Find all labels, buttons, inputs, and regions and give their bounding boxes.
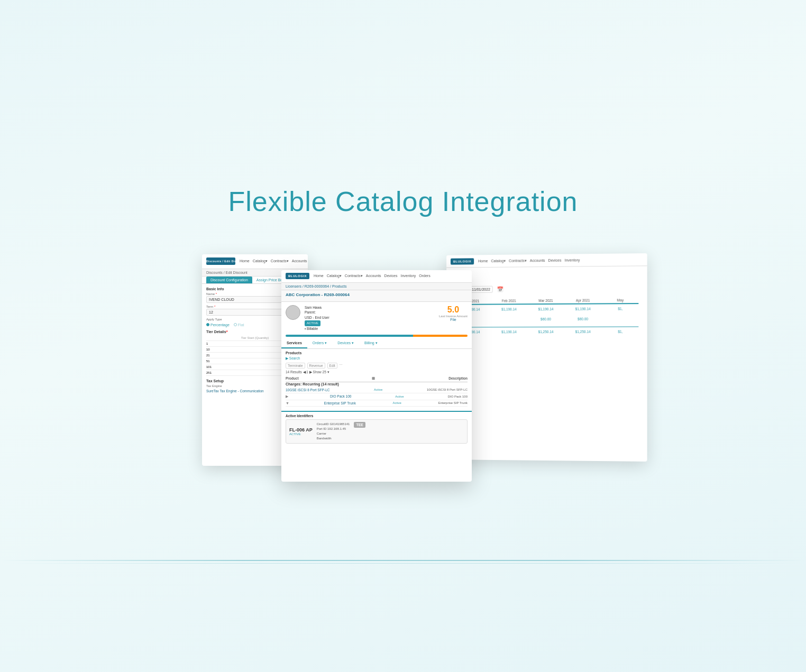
products-header: Products <box>286 351 468 355</box>
left-logo-text: Discounts / Edit Discount <box>206 260 235 263</box>
right-nav-home[interactable]: Home <box>478 259 488 263</box>
waterfall-content: Waterfall Product To 11/01/2022 📅 Jan 20… <box>446 266 647 339</box>
page-container: Flexible Catalog Integration Discounts /… <box>0 0 806 672</box>
tab-orders[interactable]: Orders ▾ <box>307 339 332 348</box>
left-nav-catalog[interactable]: Catalog▾ <box>253 259 268 263</box>
waterfall-title: Waterfall <box>451 269 643 275</box>
radio-percentage-label: Percentage <box>210 323 230 327</box>
product-name-1: 10GSE iSCSI 8 Port SFP-LC <box>286 388 329 392</box>
left-nav-contracts[interactable]: Contracts▾ <box>271 259 289 263</box>
product-expand-3: ▼ <box>286 401 289 405</box>
product-label: Product <box>451 277 643 282</box>
front-nav-devices[interactable]: Devices <box>384 274 398 278</box>
wt-cell-1-2: $1,190.14 <box>491 306 527 312</box>
wt-cell-3-4: $60.00 <box>565 316 601 321</box>
waterfall-row-5: $1,190.14 $1,190.14 $1,250.14 $1,250.14 … <box>455 328 639 335</box>
front-nav-home[interactable]: Home <box>314 274 324 278</box>
front-logo-text: BLULOGIX <box>288 274 307 278</box>
invoice-summary: 5.0 Last Invoice Amount File <box>439 305 468 321</box>
progress-bar <box>286 335 468 337</box>
waterfall-table: Jan 2021 Feb 2021 Mar 2021 Apr 2021 May … <box>451 298 643 334</box>
right-nav-devices[interactable]: Devices <box>548 258 562 262</box>
col-description: Description <box>448 376 468 381</box>
account-parent: Parent: <box>305 310 329 315</box>
wt-cell-2-4 <box>565 312 601 315</box>
left-nav-accounts[interactable]: Accounts <box>292 259 307 263</box>
product-col-headers: Product ⊞ Description <box>286 375 468 382</box>
right-nav-contracts[interactable]: Contracts▾ <box>509 258 527 262</box>
account-billable: • Billable <box>305 326 329 332</box>
account-header: ABC Corporation - R269-000064 <box>281 290 472 302</box>
radio-percentage-dot <box>206 323 209 326</box>
to-date-row: To 11/01/2022 📅 <box>451 282 643 294</box>
wt-col-4: Apr 2021 <box>565 298 601 302</box>
page-title: Flexible Catalog Integration <box>228 186 578 217</box>
status-badge-active: ACTIVE <box>305 320 320 326</box>
right-nav-accounts[interactable]: Accounts <box>530 258 545 262</box>
btn-edit[interactable]: Edit <box>327 363 337 369</box>
tab-devices[interactable]: Devices ▾ <box>332 339 359 348</box>
circuit-name: FL-006 AP <box>289 427 313 432</box>
wt-cell-3-2 <box>491 316 527 322</box>
wt-cell-5-5: $1, <box>602 328 638 334</box>
wt-col-2: Feb 2021 <box>491 299 527 302</box>
col-filter-icon: ⊞ <box>372 376 375 381</box>
circuit-card: FL-006 AP ACTIVE CircuitID G0141965141 P… <box>286 419 468 444</box>
circuit-id-row: CircuitID G0141965141 <box>317 422 350 427</box>
product-desc-3: Enterprise SIP Trunk <box>438 401 468 404</box>
right-nav-catalog[interactable]: Catalog▾ <box>491 259 506 263</box>
product-status-2: Active <box>395 395 404 398</box>
btn-revenue[interactable]: Revenue <box>307 363 325 369</box>
tab-billing[interactable]: Billing ▾ <box>359 339 383 348</box>
front-nav-links: Home Catalog▾ Contracts▾ Accounts Device… <box>314 274 431 278</box>
product-row-1[interactable]: 10GSE iSCSI 8 Port SFP-LC Active 10GSE i… <box>286 387 468 393</box>
wt-cell-1-3: $1,190.14 <box>528 306 564 311</box>
left-breadcrumb-text: Discounts / Edit Discount <box>206 271 248 274</box>
wt-cell-2-3 <box>528 312 564 315</box>
front-nav: BLULOGIX Home Catalog▾ Contracts▾ Accoun… <box>281 270 472 283</box>
front-nav-inventory[interactable]: Inventory <box>401 274 416 278</box>
to-date-input[interactable]: 11/01/2022 <box>469 286 492 292</box>
search-row: ▶ Search <box>286 356 468 361</box>
tab-discount-config[interactable]: Discount Configuration <box>206 277 252 283</box>
identifiers-section: Active Identifiers FL-006 AP ACTIVE Circ… <box>281 411 472 446</box>
left-nav-home[interactable]: Home <box>240 259 250 263</box>
front-nav-logo: BLULOGIX <box>286 273 309 279</box>
waterfall-divider <box>455 326 639 327</box>
waterfall-row-3: $60.00 $60.00 <box>455 316 639 322</box>
btn-terminate[interactable]: Terminate <box>286 363 305 369</box>
product-row-2[interactable]: ▶ DIO Pack 100 Active DIO Pack 100 <box>286 393 468 400</box>
wt-cell-5-2: $1,190.14 <box>491 329 527 335</box>
calendar-icon[interactable]: 📅 <box>497 286 503 292</box>
wt-cell-4-5 <box>602 323 638 325</box>
bottom-line-2 <box>0 563 806 564</box>
circuit-info-left: FL-006 AP ACTIVE <box>289 427 313 436</box>
invoice-amount: 5.0 <box>439 305 468 315</box>
toolbar-ellipsis[interactable]: ··· <box>340 363 342 369</box>
search-toggle[interactable]: ▶ Search <box>286 356 300 361</box>
front-nav-contracts[interactable]: Contracts▾ <box>345 274 363 278</box>
radio-percentage[interactable]: Percentage <box>206 323 230 327</box>
circuit-status: ACTIVE <box>289 432 313 436</box>
wt-cell-4-3 <box>528 323 564 325</box>
invoice-link[interactable]: File <box>439 318 468 321</box>
tab-services[interactable]: Services <box>281 339 307 348</box>
front-nav-orders[interactable]: Orders <box>419 274 430 278</box>
waterfall-screenshot: BLULOGIX Home Catalog▾ Contracts▾ Accoun… <box>446 253 647 462</box>
waterfall-row-2 <box>455 312 639 315</box>
wt-cell-5-4: $1,250.14 <box>565 328 601 334</box>
front-breadcrumb-text: Licensers / R269-0000064 / Products <box>286 284 347 288</box>
front-nav-catalog[interactable]: Catalog▾ <box>327 274 342 278</box>
wt-cell-1-5: $1, <box>602 306 638 311</box>
wt-col-5: May <box>602 298 638 301</box>
circuit-details: CircuitID G0141965141 Port ID 192.168.1.… <box>317 422 350 441</box>
product-row-3[interactable]: ▼ Enterprise SIP Trunk Active Enterprise… <box>286 400 468 407</box>
front-tabs: Services Orders ▾ Devices ▾ Billing ▾ <box>281 339 472 349</box>
front-nav-accounts[interactable]: Accounts <box>366 274 381 278</box>
product-status-1: Active <box>374 388 382 391</box>
bottom-line-1 <box>0 560 806 561</box>
right-nav-inventory[interactable]: Inventory <box>565 257 580 262</box>
product-expand-2: ▶ <box>286 394 288 399</box>
wt-cell-3-5 <box>602 316 638 321</box>
radio-flat[interactable]: Flat <box>234 323 244 327</box>
